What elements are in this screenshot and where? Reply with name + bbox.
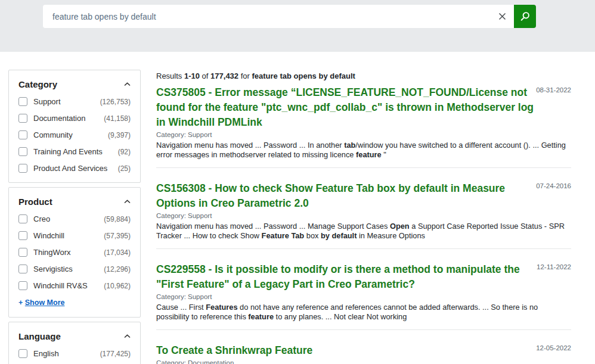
filter-box-category: Category Support (126,753) Documentation… <box>8 70 141 183</box>
checkbox-english[interactable] <box>18 349 27 358</box>
filter-count: (9,397) <box>108 131 131 139</box>
plus-icon: + <box>18 298 25 307</box>
filter-option-creo: Creo (59,884) <box>18 214 131 223</box>
filter-box-language: Language English (177,425) <box>8 322 141 364</box>
filter-count: (25) <box>118 164 131 173</box>
magnifier-icon <box>519 11 531 22</box>
search-result: 08-31-2022 CS375805 - Error message “LIC… <box>156 80 571 168</box>
result-date: 12-11-2022 <box>537 263 571 270</box>
result-title-link[interactable]: CS229558 - Is it possible to modify or i… <box>156 262 543 292</box>
filter-option-english: English (177,425) <box>18 349 131 358</box>
search-bar <box>43 5 536 28</box>
filter-label: Documentation <box>33 114 104 123</box>
filter-label: Support <box>33 97 100 106</box>
filter-option-windchill-rvs: Windchill RV&S (10,962) <box>18 281 131 290</box>
search-input[interactable] <box>43 5 514 28</box>
filter-label: Training And Events <box>33 147 118 156</box>
filter-label: Servigistics <box>33 265 104 273</box>
search-result: 12-11-2022 CS229558 - Is it possible to … <box>156 249 571 330</box>
checkbox-creo[interactable] <box>18 214 27 223</box>
filter-count: (59,884) <box>104 215 131 223</box>
result-date: 08-31-2022 <box>536 86 571 94</box>
filter-count: (41,158) <box>104 114 131 123</box>
checkbox-community[interactable] <box>18 130 27 139</box>
filter-label: ThingWorx <box>33 248 104 257</box>
checkbox-windchill-rvs[interactable] <box>18 281 27 290</box>
result-snippet: Navigation menu has moved ... Password .… <box>156 141 571 160</box>
search-result: 07-24-2016 CS156308 - How to check Show … <box>156 168 571 249</box>
checkbox-support[interactable] <box>18 97 27 106</box>
filter-title: Category <box>18 79 57 89</box>
filter-option-product-and-services: Product And Services (25) <box>18 164 131 173</box>
checkbox-servigistics[interactable] <box>18 265 27 273</box>
result-date: 12-05-2022 <box>536 344 571 351</box>
filter-header-product[interactable]: Product <box>18 197 131 207</box>
checkbox-product-and-services[interactable] <box>18 164 27 173</box>
search-result: 12-05-2022 To Create a Shrinkwrap Featur… <box>156 330 571 364</box>
result-category: Category: Support <box>156 293 571 300</box>
result-title-link[interactable]: To Create a Shrinkwrap Feature <box>156 343 543 358</box>
result-snippet: Navigation menu has moved ... Password .… <box>156 222 571 241</box>
result-title-link[interactable]: CS156308 - How to check Show Feature Tab… <box>156 181 543 211</box>
chevron-up-icon <box>124 200 131 204</box>
x-mark-icon <box>498 12 507 21</box>
filter-option-training-and-events: Training And Events (92) <box>18 147 131 156</box>
filters-sidebar: Category Support (126,753) Documentation… <box>8 70 141 364</box>
result-date: 07-24-2016 <box>536 182 571 189</box>
filter-count: (12,296) <box>104 265 131 273</box>
filter-label: Windchill RV&S <box>33 281 104 290</box>
checkbox-documentation[interactable] <box>18 114 27 123</box>
filter-count: (10,962) <box>104 282 131 290</box>
clear-search-button[interactable] <box>492 5 512 28</box>
filter-option-community: Community (9,397) <box>18 130 131 139</box>
filter-header-language[interactable]: Language <box>18 331 131 341</box>
checkbox-training-and-events[interactable] <box>18 147 27 156</box>
page-header <box>0 0 595 52</box>
filter-label: Product And Services <box>33 164 118 173</box>
search-button[interactable] <box>514 5 536 28</box>
checkbox-thingworx[interactable] <box>18 248 27 257</box>
filter-header-category[interactable]: Category <box>18 79 131 89</box>
chevron-up-icon <box>124 334 131 338</box>
chevron-up-icon <box>124 82 131 86</box>
show-more-label: Show More <box>25 298 65 307</box>
results-panel: Results 1-10 of 177,432 for feature tab … <box>156 70 571 364</box>
filter-title: Language <box>18 331 61 341</box>
filter-option-servigistics: Servigistics (12,296) <box>18 265 131 273</box>
filter-count: (177,425) <box>100 350 131 358</box>
filter-label: Community <box>33 130 108 139</box>
results-summary: Results 1-10 of 177,432 for feature tab … <box>156 71 571 80</box>
checkbox-windchill[interactable] <box>18 231 27 240</box>
filter-count: (92) <box>118 148 131 156</box>
filter-count: (17,034) <box>104 248 131 257</box>
filter-box-product: Product Creo (59,884) Windchill (57,395)… <box>8 187 141 318</box>
filter-option-windchill: Windchill (57,395) <box>18 231 131 240</box>
result-category: Category: Documentation <box>156 359 571 364</box>
result-title-link[interactable]: CS375805 - Error message “LICENSE_FEATUR… <box>156 85 543 130</box>
filter-label: English <box>33 349 100 358</box>
filter-count: (126,753) <box>100 98 131 106</box>
show-more-link[interactable]: + Show More <box>18 298 64 307</box>
filter-label: Windchill <box>33 231 104 240</box>
filter-option-thingworx: ThingWorx (17,034) <box>18 248 131 257</box>
result-category: Category: Support <box>156 131 571 138</box>
filter-label: Creo <box>33 214 104 223</box>
filter-option-documentation: Documentation (41,158) <box>18 114 131 123</box>
filter-count: (57,395) <box>104 232 131 240</box>
result-snippet: Cause ... First Features do not have any… <box>156 303 571 322</box>
filter-title: Product <box>18 197 52 207</box>
result-category: Category: Support <box>156 212 571 219</box>
filter-option-support: Support (126,753) <box>18 97 131 106</box>
